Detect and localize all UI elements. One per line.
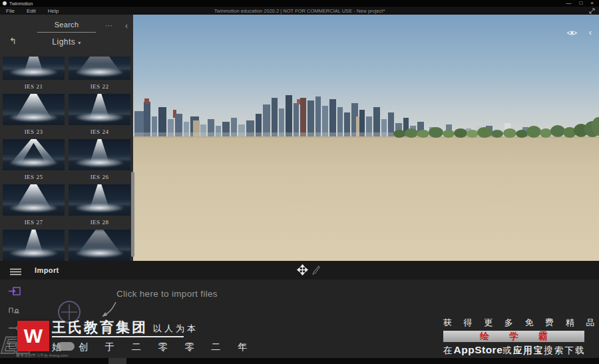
light-item[interactable]: IES 22 [69, 57, 130, 94]
sidebar-collapse-chevron[interactable]: ‹ [125, 21, 128, 31]
move-tool-icon[interactable] [297, 264, 308, 278]
promo-line1: 获 得 更 多 免 费 精 品 教 程 [443, 317, 584, 329]
viewport-3d[interactable]: ‹ [133, 15, 599, 261]
lights-grid: IES 21 IES 22 IES 23 IES 24 IES 25 [0, 57, 133, 261]
scene-city [133, 15, 599, 261]
light-item[interactable]: IES 21 [3, 57, 65, 94]
app-title: Twinmotion [9, 1, 33, 6]
light-item[interactable]: IES 26 [69, 139, 130, 184]
close-button[interactable]: × [590, 0, 594, 7]
hamburger-menu-icon[interactable] [10, 266, 21, 278]
watermark-underline [52, 336, 184, 337]
light-thumb-ies28[interactable] [69, 184, 130, 216]
document-title: Twinmotion education 2020.2 | NOT FOR CO… [0, 8, 599, 14]
title-bar: Twinmotion — □ × [0, 0, 599, 7]
light-item[interactable]: IES 24 [69, 94, 130, 139]
search-input[interactable]: Search [0, 21, 133, 29]
watermark-motto: 以人为本 [153, 323, 198, 335]
app-logo-icon [3, 1, 7, 5]
bottom-toolbar: Import [0, 261, 599, 279]
watermark-founded-line: 始 创 于 二 零 零 二 年 [52, 341, 254, 353]
light-thumb-ies25[interactable] [3, 139, 65, 170]
light-thumb[interactable] [3, 230, 65, 261]
promo-line3: 在AppStore或应用宝搜索下载 [443, 344, 584, 357]
watermark-cloud-blob [57, 342, 75, 351]
light-thumb-ies26[interactable] [69, 139, 130, 170]
promo-badge: 绘 学 霸 [443, 331, 584, 342]
light-thumb-ies22[interactable] [69, 57, 130, 80]
light-thumb-ies27[interactable] [3, 184, 65, 216]
light-item[interactable]: IES 25 [3, 139, 65, 184]
category-dropdown[interactable]: Lights ▾ [0, 37, 133, 47]
watermark-promo-block: 获 得 更 多 免 费 精 品 教 程 绘 学 霸 在AppStore或应用宝搜… [443, 317, 584, 357]
menu-bar: Twinmotion education 2020.2 | NOT FOR CO… [0, 7, 599, 15]
search-underline [37, 32, 96, 33]
light-thumb-ies21[interactable] [3, 57, 65, 80]
watermark-company-name: 王氏教育集团 [52, 318, 148, 337]
viewport-collapse-chevron[interactable]: ‹ [589, 28, 592, 37]
chevron-down-icon: ▾ [78, 40, 81, 46]
twinmotion-window: Twinmotion — □ × Twinmotion education 20… [0, 0, 599, 364]
sidebar-scrollbar-thumb[interactable] [131, 172, 134, 257]
light-item[interactable] [69, 230, 130, 261]
import-geometry-icon[interactable] [9, 286, 21, 298]
import-hint-text[interactable]: Click here to import files [116, 289, 218, 299]
lights-grid-scroll-area[interactable]: IES 21 IES 22 IES 23 IES 24 IES 25 [0, 57, 133, 261]
light-thumb-ies23[interactable] [3, 94, 65, 125]
import-landscape-icon[interactable] [9, 304, 21, 316]
light-item[interactable] [3, 230, 65, 261]
import-panel-title: Import [35, 266, 59, 274]
more-options-icon[interactable]: ⋯ [105, 21, 113, 30]
brand-logo: W [17, 321, 49, 351]
maximize-button[interactable]: □ [579, 0, 582, 7]
pen-tool-icon[interactable] [311, 266, 320, 277]
bottom-edge-strip [0, 358, 599, 364]
light-thumb[interactable] [69, 230, 130, 261]
menu-file[interactable]: File [0, 8, 21, 14]
menu-edit[interactable]: Edit [21, 8, 42, 14]
taskbar-notch [108, 358, 126, 364]
light-thumb-ies24[interactable] [69, 94, 130, 125]
light-item[interactable]: IES 28 [69, 184, 130, 230]
light-item[interactable]: IES 23 [3, 94, 65, 139]
light-item[interactable]: IES 27 [3, 184, 65, 230]
menu-help[interactable]: Help [42, 8, 65, 14]
eye-visibility-icon[interactable] [566, 29, 578, 37]
library-sidebar: Search ⋯ ‹ ↰ Lights ▾ IES 21 IES 22 [0, 15, 133, 261]
minimize-button[interactable]: — [566, 0, 571, 7]
